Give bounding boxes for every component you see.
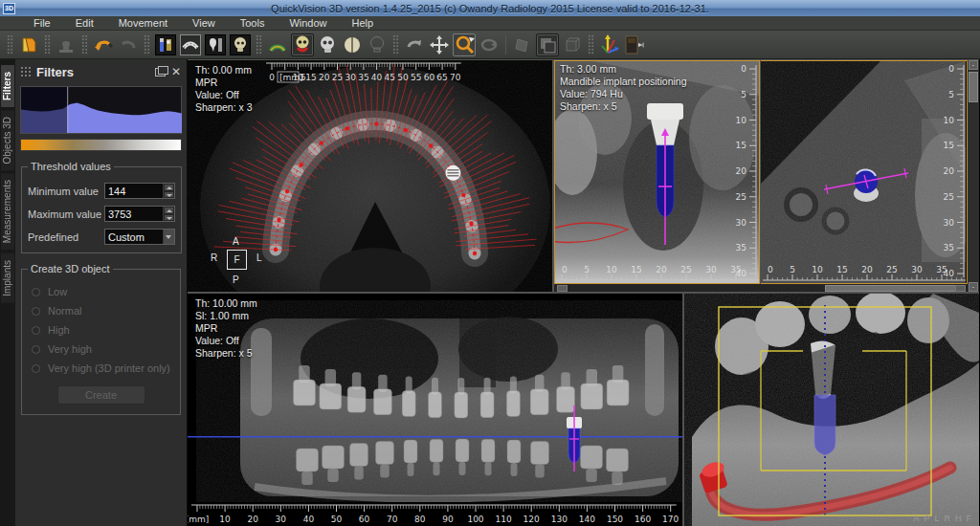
svg-text:10: 10	[219, 515, 231, 524]
title-bar[interactable]: 3D QuickVision 3D version 1.4.25_2015 (c…	[0, 0, 980, 16]
svg-text:140: 140	[579, 515, 595, 524]
svg-text:120: 120	[523, 515, 540, 524]
redo-icon[interactable]	[117, 33, 140, 56]
minimum-value-label: Minimum value	[28, 186, 104, 197]
toolbar-grip[interactable]	[81, 34, 88, 55]
svg-text:30: 30	[276, 515, 287, 524]
window-title: QuickVision 3D version 1.4.25_2015 (c) O…	[0, 3, 980, 14]
menu-movement[interactable]: Movement	[106, 16, 180, 31]
orient-r[interactable]: R	[945, 514, 951, 523]
toolbar-grip[interactable]	[7, 34, 13, 55]
threshold-legend: Threshold values	[28, 161, 114, 172]
menu-file[interactable]: File	[21, 16, 63, 31]
density-gradient-bar	[20, 139, 182, 151]
scroll-right-button[interactable]	[955, 285, 966, 292]
open-patient-icon[interactable]	[17, 33, 40, 56]
orient-l[interactable]: L	[934, 514, 939, 523]
horizontal-scroll-thumb[interactable]	[825, 285, 959, 292]
orient-p[interactable]: P	[924, 514, 929, 523]
implant-list-icon[interactable]	[154, 33, 177, 56]
tab-objects-3d[interactable]: Objects 3D	[1, 110, 14, 170]
dropdown-arrow-icon[interactable]	[163, 230, 174, 244]
vertical-scrollbar[interactable]: - -	[968, 60, 979, 292]
toolbar-grip[interactable]	[44, 34, 51, 55]
axes-widget-icon[interactable]	[598, 33, 621, 56]
close-panel-icon[interactable]: ✕	[171, 67, 181, 77]
scroll-left-button[interactable]	[557, 285, 568, 292]
viewport-axial-mpr[interactable]: Th: 0.00 mm MPR Value: Off Sharpen: x 3 …	[188, 60, 552, 292]
svg-text:[mm]: [mm]	[188, 515, 209, 524]
toolbar-separator	[505, 35, 506, 55]
toolbar-grip[interactable]	[588, 34, 594, 55]
skull-bone-icon[interactable]	[316, 33, 339, 56]
svg-text:150: 150	[607, 515, 623, 524]
scroll-thumb[interactable]	[969, 72, 978, 102]
orient-f[interactable]: F	[967, 514, 972, 523]
tab-measurements[interactable]: Measurements	[1, 173, 14, 250]
create-button[interactable]: Create	[57, 385, 145, 405]
minimum-value-input[interactable]: 144	[104, 183, 175, 199]
svg-text:100: 100	[467, 515, 483, 524]
viewport-3d-volume[interactable]: A P L R H F	[684, 294, 979, 526]
panel-toggle-icon[interactable]	[623, 33, 646, 56]
menu-help[interactable]: Help	[340, 16, 387, 31]
toolbar-grip[interactable]	[392, 34, 399, 55]
rotate-icon[interactable]	[403, 33, 426, 56]
create-3d-legend: Create 3D object	[28, 263, 113, 274]
svg-text:130: 130	[551, 515, 568, 524]
undo-icon[interactable]	[92, 33, 115, 56]
float-panel-icon[interactable]	[155, 68, 166, 77]
clip-box-icon[interactable]	[536, 33, 559, 56]
viewport-panoramic[interactable]: Th: 10.00 mm Sl: 1.00 mm MPR Value: Off …	[188, 294, 682, 526]
viewport-cross-section[interactable]: Th: 3.00 mm Mandible implant positioning…	[554, 60, 760, 284]
create-3d-group: Create 3D object Low Normal High Very hi…	[21, 263, 181, 415]
maximum-value-spinner[interactable]	[163, 207, 174, 221]
menu-window[interactable]: Window	[277, 16, 339, 31]
skull-outline-icon[interactable]	[366, 33, 389, 56]
filters-panel: Filters ✕ Threshold values Minimum value…	[15, 59, 188, 526]
svg-text:90: 90	[442, 515, 454, 524]
rotate-3d-icon[interactable]	[478, 33, 501, 56]
predefined-dropdown[interactable]: Custom	[104, 229, 175, 245]
minimum-value-spinner[interactable]	[163, 184, 174, 198]
orient-a[interactable]: A	[913, 514, 919, 523]
radio-very-high[interactable]: Very high	[32, 343, 174, 355]
scroll-up-button[interactable]: -	[969, 60, 978, 70]
sidebar-tabstrip: Filters Objects 3D Measurements Implants	[0, 59, 15, 526]
svg-text:20: 20	[247, 515, 258, 524]
toolbar-grip[interactable]	[144, 34, 150, 55]
cross-section-layout-icon[interactable]	[204, 33, 227, 56]
menu-edit[interactable]: Edit	[63, 16, 106, 31]
orient-h[interactable]: H	[955, 514, 962, 523]
svg-text:70: 70	[387, 515, 398, 524]
pan-icon[interactable]	[428, 33, 451, 56]
soft-tissue-sphere-icon[interactable]	[341, 33, 364, 56]
svg-text:80: 80	[414, 515, 426, 524]
predefined-label: Predefined	[28, 231, 104, 243]
mandible-skull-icon[interactable]	[291, 33, 314, 56]
clip-cube-icon[interactable]	[561, 33, 584, 56]
viewport-implant-axial[interactable]: 0510152025303540 05101520253035	[761, 60, 968, 284]
maximum-value-input[interactable]: 3753	[104, 206, 175, 222]
stamp-icon[interactable]	[55, 33, 78, 56]
viewport-area: Th: 0.00 mm MPR Value: Off Sharpen: x 3 …	[188, 59, 979, 526]
radio-high[interactable]: High	[32, 324, 174, 336]
tab-filters[interactable]: Filters	[1, 65, 14, 107]
scroll-down-button[interactable]: -	[969, 282, 978, 292]
toolbar-grip[interactable]	[256, 34, 262, 55]
zoom-icon[interactable]	[453, 33, 476, 56]
skull-3d-icon[interactable]	[229, 33, 252, 56]
clip-plane-icon[interactable]	[511, 33, 534, 56]
tab-implants[interactable]: Implants	[1, 253, 14, 303]
axial-info-overlay: Th: 0.00 mm MPR Value: Off Sharpen: x 3	[195, 64, 253, 114]
histogram[interactable]	[20, 86, 182, 134]
dental-arch-icon[interactable]	[266, 33, 289, 56]
panoramic-layout-icon[interactable]	[179, 33, 202, 56]
radio-very-high-3d-printer[interactable]: Very high (3D printer only)	[32, 362, 174, 374]
menu-tools[interactable]: Tools	[228, 16, 278, 31]
menu-view[interactable]: View	[180, 16, 228, 31]
radio-normal[interactable]: Normal	[32, 305, 174, 317]
panel-grip[interactable]	[20, 66, 33, 78]
radio-low[interactable]: Low	[32, 286, 174, 297]
orientation-buttons: A P L R H F	[913, 514, 971, 523]
